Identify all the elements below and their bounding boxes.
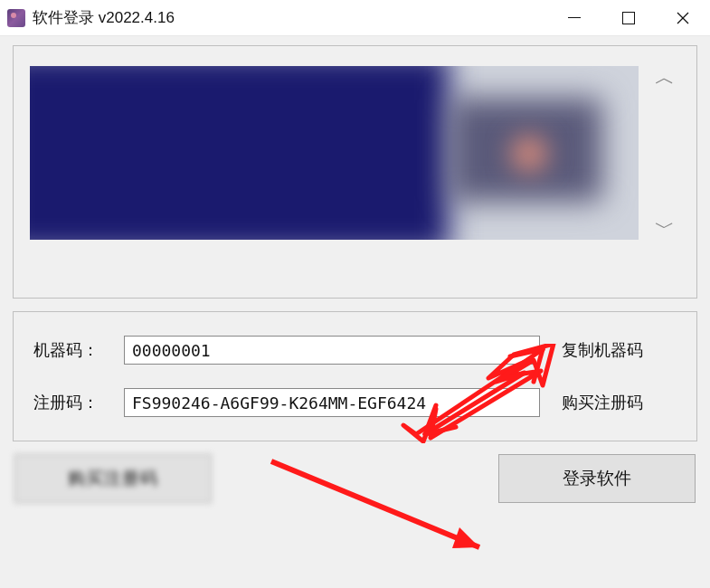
scroll-down-icon[interactable]: ﹀ bbox=[655, 218, 675, 238]
maximize-button[interactable] bbox=[601, 0, 656, 35]
machine-code-row: 机器码： 复制机器码 bbox=[33, 336, 677, 365]
titlebar: 软件登录 v2022.4.16 bbox=[0, 0, 710, 36]
reg-code-input[interactable] bbox=[124, 388, 540, 417]
registration-panel: 机器码： 复制机器码 注册码： 购买注册码 bbox=[13, 311, 697, 441]
left-action-button[interactable]: 购买注册码 bbox=[14, 454, 212, 503]
login-button[interactable]: 登录软件 bbox=[498, 454, 696, 503]
banner-scrollbar[interactable]: ︿ ﹀ bbox=[649, 66, 680, 240]
machine-code-input[interactable] bbox=[124, 336, 540, 365]
button-row: 购买注册码 登录软件 bbox=[13, 454, 697, 503]
reg-code-row: 注册码： 购买注册码 bbox=[33, 388, 677, 417]
banner-image bbox=[30, 66, 639, 240]
close-button[interactable] bbox=[656, 0, 710, 35]
client-area: ︿ ﹀ 机器码： 复制机器码 注册码： 购买注册码 购买注册码 登录软件 bbox=[0, 36, 710, 512]
app-icon bbox=[7, 9, 25, 27]
minimize-button[interactable] bbox=[547, 0, 601, 35]
copy-machine-code-link[interactable]: 复制机器码 bbox=[562, 339, 643, 361]
machine-code-label: 机器码： bbox=[33, 339, 124, 361]
svg-marker-3 bbox=[452, 527, 479, 548]
scroll-up-icon[interactable]: ︿ bbox=[655, 68, 675, 88]
window-controls bbox=[547, 0, 710, 35]
reg-code-label: 注册码： bbox=[33, 392, 124, 413]
banner-panel: ︿ ﹀ bbox=[13, 45, 697, 299]
buy-reg-code-link[interactable]: 购买注册码 bbox=[562, 392, 643, 413]
window-title: 软件登录 v2022.4.16 bbox=[33, 7, 547, 28]
